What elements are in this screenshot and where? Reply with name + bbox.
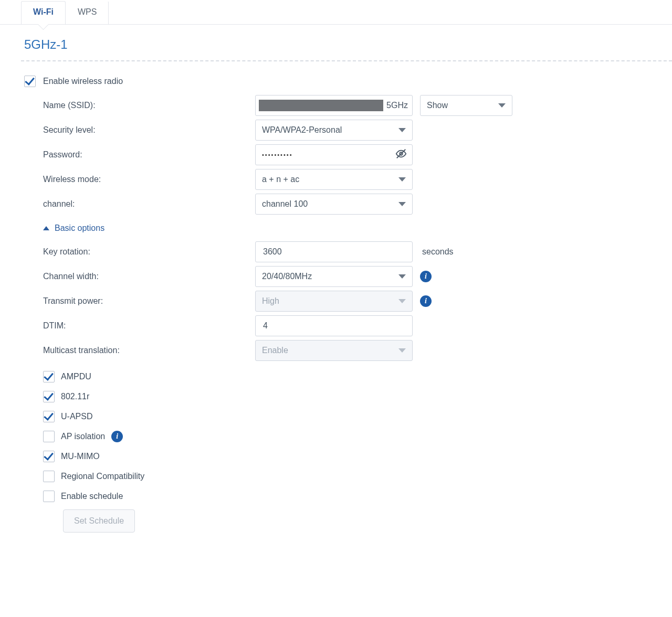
- ssid-visibility-select[interactable]: Show: [420, 95, 512, 116]
- regional-compat-label: Regional Compatibility: [61, 472, 144, 481]
- channel-width-label: Channel width:: [24, 272, 255, 281]
- ssid-label: Name (SSID):: [24, 101, 255, 110]
- section-separator: [21, 60, 672, 61]
- ap-isolation-label: AP isolation: [61, 432, 105, 441]
- multicast-select: Enable: [255, 340, 413, 361]
- enable-schedule-checkbox[interactable]: [43, 491, 55, 502]
- key-rotation-label: Key rotation:: [24, 247, 255, 257]
- enable-radio-checkbox[interactable]: [24, 76, 36, 87]
- chevron-up-icon: [43, 226, 49, 230]
- chevron-down-icon: [398, 177, 406, 182]
- tab-wps[interactable]: WPS: [66, 1, 109, 24]
- tab-wifi[interactable]: Wi-Fi: [21, 1, 66, 24]
- transmit-power-label: Transmit power:: [24, 296, 255, 306]
- basic-options-toggle[interactable]: Basic options: [24, 216, 672, 239]
- password-masked: ••••••••••: [262, 152, 293, 158]
- tabs: Wi-Fi WPS: [0, 0, 672, 25]
- dtim-input[interactable]: [255, 315, 413, 336]
- key-rotation-input[interactable]: [255, 241, 413, 262]
- basic-options-label: Basic options: [55, 224, 104, 233]
- chevron-down-icon: [398, 202, 406, 206]
- ssid-redacted: [259, 100, 383, 111]
- info-icon[interactable]: [111, 431, 123, 442]
- 80211r-checkbox[interactable]: [43, 391, 55, 402]
- security-label: Security level:: [24, 125, 255, 135]
- key-rotation-unit: seconds: [422, 247, 454, 257]
- ampdu-checkbox[interactable]: [43, 371, 55, 382]
- 80211r-label: 802.11r: [61, 392, 89, 401]
- info-icon[interactable]: [420, 295, 432, 307]
- channel-label: channel:: [24, 199, 255, 209]
- ap-isolation-checkbox[interactable]: [43, 431, 55, 442]
- security-select[interactable]: WPA/WPA2-Personal: [255, 120, 413, 141]
- wireless-mode-label: Wireless mode:: [24, 175, 255, 184]
- enable-schedule-label: Enable schedule: [61, 492, 123, 501]
- ampdu-label: AMPDU: [61, 372, 91, 381]
- regional-compat-checkbox[interactable]: [43, 471, 55, 482]
- password-input[interactable]: ••••••••••: [255, 144, 413, 165]
- chevron-down-icon: [398, 299, 406, 303]
- channel-select[interactable]: channel 100: [255, 194, 413, 215]
- chevron-down-icon: [398, 348, 406, 353]
- wireless-mode-select[interactable]: a + n + ac: [255, 169, 413, 190]
- dtim-label: DTIM:: [24, 321, 255, 331]
- multicast-label: Multicast translation:: [24, 346, 255, 355]
- uapsd-checkbox[interactable]: [43, 411, 55, 422]
- eye-off-icon[interactable]: [395, 148, 407, 162]
- ssid-input[interactable]: 5GHz: [255, 95, 413, 116]
- channel-width-select[interactable]: 20/40/80MHz: [255, 266, 413, 287]
- section-title-5ghz: 5GHz-1: [0, 25, 672, 60]
- chevron-down-icon: [398, 128, 406, 132]
- ssid-suffix: 5GHz: [386, 101, 408, 110]
- chevron-down-icon: [398, 274, 406, 279]
- mumimo-checkbox[interactable]: [43, 451, 55, 462]
- enable-radio-label: Enable wireless radio: [43, 77, 123, 86]
- uapsd-label: U-APSD: [61, 412, 92, 421]
- chevron-down-icon: [498, 103, 506, 108]
- transmit-power-select: High: [255, 291, 413, 312]
- info-icon[interactable]: [420, 271, 432, 282]
- set-schedule-button: Set Schedule: [63, 509, 135, 533]
- password-label: Password:: [24, 150, 255, 159]
- mumimo-label: MU-MIMO: [61, 452, 100, 461]
